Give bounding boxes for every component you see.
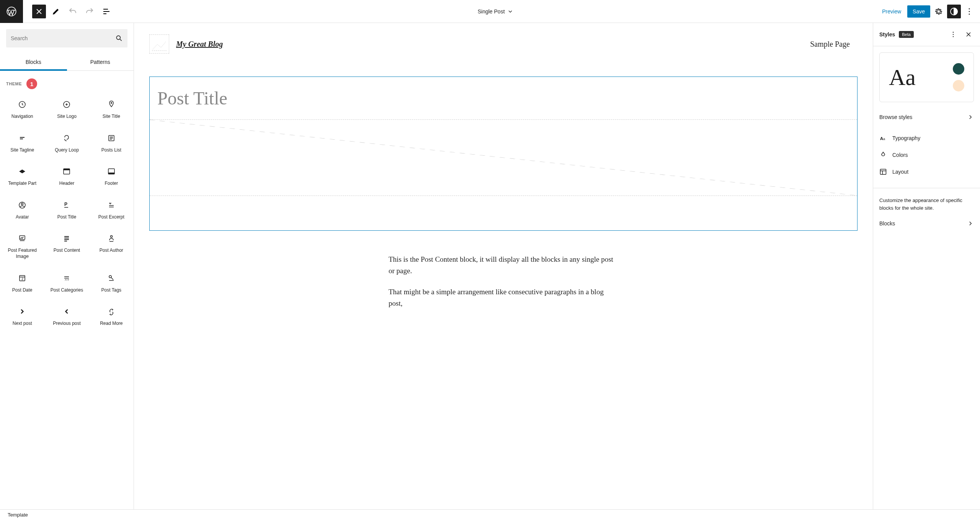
block-icon: [107, 134, 116, 143]
typography-preview: Aa: [889, 64, 916, 91]
breadcrumb-item[interactable]: Template: [8, 512, 28, 518]
undo-icon: [68, 7, 77, 16]
wordpress-logo[interactable]: [0, 0, 23, 23]
svg-point-3: [969, 11, 970, 12]
save-button[interactable]: Save: [907, 5, 930, 18]
more-vertical-icon: [949, 31, 957, 38]
editor-canvas[interactable]: My Great Blog Sample Page Post Title Thi…: [134, 23, 873, 520]
block-item-previous-post[interactable]: Previous post: [44, 300, 89, 334]
block-item-navigation[interactable]: Navigation: [0, 93, 44, 127]
block-item-post-tags[interactable]: Post Tags: [89, 267, 134, 300]
block-label: Post Author: [100, 248, 123, 254]
wordpress-icon: [6, 6, 17, 17]
block-icon: [18, 234, 27, 243]
browse-styles-button[interactable]: Browse styles: [873, 108, 980, 126]
block-icon: P: [62, 201, 71, 210]
styles-button[interactable]: [947, 5, 961, 18]
more-options-button[interactable]: [962, 5, 976, 18]
svg-point-2: [969, 8, 970, 9]
featured-image-placeholder[interactable]: [150, 119, 857, 196]
undo-button[interactable]: [66, 5, 80, 18]
svg-point-25: [68, 280, 69, 280]
divider: [873, 188, 980, 188]
site-title[interactable]: My Great Blog: [176, 40, 223, 49]
style-preview-card[interactable]: Aa: [879, 52, 974, 102]
block-item-post-content[interactable]: Post Content: [44, 227, 89, 266]
block-item-posts-list[interactable]: Posts List: [89, 127, 134, 160]
styles-more-button[interactable]: [946, 28, 960, 41]
block-icon: [62, 234, 71, 243]
typography-option[interactable]: Aa Typography: [873, 130, 980, 147]
svg-rect-11: [64, 169, 70, 170]
chevron-right-icon: [967, 114, 974, 121]
post-content-block[interactable]: This is the Post Content block, it will …: [381, 254, 626, 310]
blocks-styles-button[interactable]: Blocks: [873, 215, 980, 232]
block-icon: [107, 100, 116, 109]
breadcrumb[interactable]: Template: [0, 509, 980, 520]
post-title-block[interactable]: Post Title: [150, 77, 857, 119]
block-item-site-tagline[interactable]: Site Tagline: [0, 127, 44, 160]
edit-tool-button[interactable]: [49, 5, 63, 18]
block-item-next-post[interactable]: Next post: [0, 300, 44, 334]
list-view-button[interactable]: [100, 5, 113, 18]
block-label: Post Categories: [51, 287, 83, 293]
block-item-post-featured-image[interactable]: Post Featured Image: [0, 227, 44, 266]
layout-option[interactable]: Layout: [873, 163, 980, 180]
gear-icon: [934, 7, 943, 16]
search-input[interactable]: [11, 35, 115, 41]
block-item-avatar[interactable]: Avatar: [0, 194, 44, 227]
color-swatch-light: [953, 80, 964, 91]
block-label: Post Date: [12, 287, 33, 293]
block-item-query-loop[interactable]: Query Loop: [44, 127, 89, 160]
block-item-post-author[interactable]: Post Author: [89, 227, 134, 266]
block-icon: [18, 100, 27, 109]
block-item-post-categories[interactable]: Post Categories: [44, 267, 89, 300]
block-item-post-title[interactable]: PPost Title: [44, 194, 89, 227]
settings-button[interactable]: [932, 5, 946, 18]
styles-panel-header: Styles Beta: [873, 23, 980, 46]
block-item-site-logo[interactable]: Site Logo: [44, 93, 89, 127]
block-item-site-title[interactable]: Site Title: [89, 93, 134, 127]
typography-label: Typography: [892, 135, 920, 141]
color-preview: [953, 63, 964, 91]
close-icon: [965, 31, 972, 38]
svg-point-8: [111, 102, 112, 104]
nav-link-sample-page[interactable]: Sample Page: [810, 40, 858, 49]
styles-title: Styles: [879, 31, 895, 37]
redo-icon: [85, 7, 94, 16]
top-toolbar: Single Post Preview Save: [0, 0, 980, 23]
svg-rect-13: [108, 173, 114, 174]
tab-patterns[interactable]: Patterns: [67, 54, 134, 70]
block-item-read-more[interactable]: Read More: [89, 300, 134, 334]
block-item-post-date[interactable]: 2Post Date: [0, 267, 44, 300]
svg-point-4: [969, 13, 970, 15]
search-input-wrapper[interactable]: [6, 29, 127, 47]
block-item-footer[interactable]: Footer: [89, 160, 134, 194]
block-label: Header: [59, 181, 74, 187]
block-icon: [62, 134, 71, 143]
selected-block-group[interactable]: Post Title: [149, 77, 858, 231]
close-styles-button[interactable]: [962, 28, 975, 41]
layout-label: Layout: [892, 169, 908, 175]
search-icon: [115, 34, 123, 42]
tab-blocks[interactable]: Blocks: [0, 54, 67, 70]
svg-point-15: [21, 203, 23, 205]
close-inserter-button[interactable]: [32, 5, 46, 18]
block-label: Template Part: [8, 181, 36, 187]
block-label: Post Tags: [101, 287, 121, 293]
template-selector[interactable]: Single Post: [478, 8, 513, 15]
colors-option[interactable]: Colors: [873, 147, 980, 163]
site-logo-placeholder[interactable]: [149, 34, 169, 54]
block-label: Previous post: [53, 321, 81, 327]
block-item-header[interactable]: Header: [44, 160, 89, 194]
redo-button[interactable]: [83, 5, 96, 18]
block-item-template-part[interactable]: Template Part: [0, 160, 44, 194]
block-icon: [107, 167, 116, 176]
block-item-post-excerpt[interactable]: Post Excerpt: [89, 194, 134, 227]
blocks-styles-label: Blocks: [879, 220, 895, 227]
browse-styles-label: Browse styles: [879, 114, 912, 120]
block-icon: [107, 234, 116, 243]
block-inserter-panel: Blocks Patterns THEME 1 NavigationSite L…: [0, 23, 134, 520]
svg-point-29: [953, 34, 954, 35]
preview-button[interactable]: Preview: [877, 5, 906, 18]
